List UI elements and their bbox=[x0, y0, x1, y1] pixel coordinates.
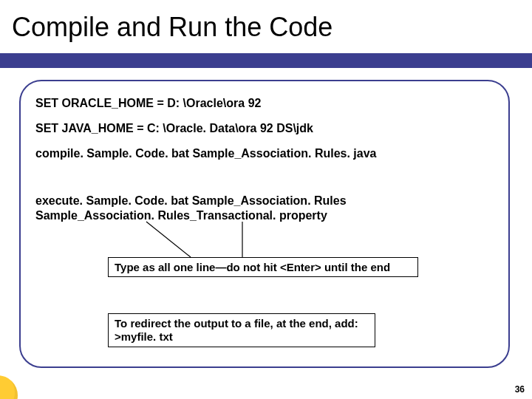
cmd-execute-line1: execute. Sample. Code. bat Sample_Associ… bbox=[35, 194, 347, 208]
hint-redirect: To redirect the output to a file, at the… bbox=[108, 313, 375, 347]
cmd-compile: compile. Sample. Code. bat Sample_Associ… bbox=[35, 146, 376, 160]
title-region: Compile and Run the Code bbox=[7, 3, 525, 52]
decorative-dot-icon bbox=[0, 375, 18, 399]
hint-one-line: Type as all one line—do not hit <Enter> … bbox=[108, 257, 418, 277]
cmd-execute-line2: Sample_Association. Rules_Transactional.… bbox=[35, 208, 327, 222]
hint-one-line-text: Type as all one line—do not hit <Enter> … bbox=[115, 261, 390, 273]
slide: Compile and Run the Code SET ORACLE_HOME… bbox=[0, 0, 532, 399]
content-frame: SET ORACLE_HOME = D: \Oracle\ora 92 SET … bbox=[19, 80, 510, 368]
hint-redirect-text-b: >myfile. txt bbox=[115, 330, 173, 343]
slide-title: Compile and Run the Code bbox=[7, 12, 332, 43]
title-underline-bar bbox=[0, 53, 532, 68]
hint-redirect-text-a: To redirect the output to a file, at the… bbox=[115, 317, 358, 330]
cmd-set-oracle-home: SET ORACLE_HOME = D: \Oracle\ora 92 bbox=[35, 96, 261, 110]
cmd-set-java-home: SET JAVA_HOME = C: \Oracle. Data\ora 92 … bbox=[35, 121, 313, 135]
svg-line-0 bbox=[146, 222, 191, 257]
page-number: 36 bbox=[515, 384, 525, 395]
